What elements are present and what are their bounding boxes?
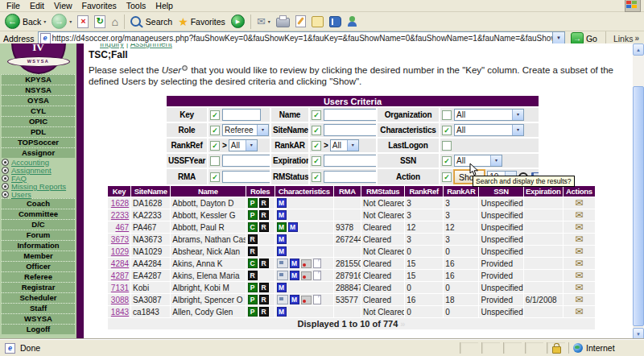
sidebar-item-opic[interactable]: OPIC — [2, 116, 75, 126]
refresh-button[interactable]: ↻ — [92, 13, 108, 30]
key-link[interactable]: 1843 — [111, 308, 129, 317]
mail-icon[interactable]: ✉ — [575, 234, 583, 245]
role-checkbox[interactable]: ✓ — [210, 126, 220, 135]
mail-icon[interactable]: ✉ — [575, 294, 583, 305]
lastlogon-checkbox[interactable] — [442, 141, 452, 151]
menu-file[interactable]: File — [2, 1, 25, 10]
sidebar-item-information[interactable]: Information — [2, 240, 75, 250]
name-input[interactable] — [324, 109, 376, 121]
sidebar-item-scheduler[interactable]: Scheduler — [2, 292, 75, 303]
column-header-characteristics[interactable]: Characteristics — [275, 186, 333, 197]
column-header-name[interactable]: Name — [171, 186, 245, 197]
sidebar-item-staff[interactable]: Staff — [2, 303, 75, 313]
column-header-rma[interactable]: RMA — [334, 186, 361, 197]
mail-icon[interactable]: ✉ — [575, 221, 583, 233]
column-header-key[interactable]: Key — [108, 186, 130, 197]
column-header-rmstatus[interactable]: RMStatus — [361, 186, 404, 197]
rankref-select[interactable]: All▾ — [229, 139, 258, 151]
sidebar-item-referee[interactable]: Referee — [2, 271, 75, 282]
url-input[interactable] — [52, 34, 552, 43]
key-link[interactable]: 4284 — [111, 259, 129, 268]
ssn-checkbox[interactable]: ✓ — [442, 156, 452, 166]
rmstatus-input[interactable] — [324, 171, 376, 183]
search-button[interactable]: Search — [128, 13, 175, 30]
name-checkbox[interactable]: ✓ — [312, 110, 321, 120]
address-dropdown-button[interactable]: ▼ — [552, 32, 564, 44]
menu-help[interactable]: Help — [151, 1, 178, 10]
vertical-scrollbar[interactable]: ▲ ▼ — [633, 43, 644, 340]
sidebar-item-pdl[interactable]: PDL — [2, 126, 75, 137]
sidebar-link-faq[interactable]: FAQ — [0, 174, 76, 182]
breadcrumb-link-assignment[interactable]: Assignment — [130, 43, 172, 48]
menu-view[interactable]: View — [49, 1, 77, 10]
mail-icon[interactable]: ✉ — [575, 197, 583, 209]
edit-button[interactable] — [293, 13, 308, 30]
sidebar-item-registrar[interactable]: Registrar — [2, 282, 75, 292]
column-header-ssn[interactable]: SSN — [479, 186, 522, 197]
sidebar-link-missing-reports[interactable]: Missing Reports — [0, 182, 76, 190]
research-button[interactable] — [327, 13, 344, 30]
media-button[interactable]: ▶ — [229, 13, 247, 30]
links-button[interactable]: Links » — [612, 34, 641, 43]
favorites-button[interactable]: ★Favorites — [175, 13, 228, 30]
key-link[interactable]: 1628 — [111, 199, 129, 208]
action-checkbox[interactable]: ✓ — [442, 172, 452, 182]
key-checkbox[interactable]: ✓ — [210, 110, 220, 120]
mail-icon[interactable]: ✉ — [575, 209, 583, 221]
rankar-select[interactable]: All▾ — [330, 139, 359, 151]
sidebar-link-accounting[interactable]: Accounting — [0, 158, 76, 166]
key-link[interactable]: 4287 — [111, 271, 129, 280]
key-link[interactable]: 7131 — [111, 284, 129, 292]
role-select[interactable]: Referee▾ — [222, 124, 269, 136]
sidebar-item-oysa[interactable]: OYSA — [2, 95, 75, 106]
print-button[interactable] — [274, 13, 292, 30]
characteristics-select[interactable]: All▾ — [454, 124, 524, 136]
menu-tools[interactable]: Tools — [122, 1, 151, 10]
expiration-checkbox[interactable]: ✓ — [312, 156, 321, 166]
key-link[interactable]: 3673 — [111, 235, 129, 244]
sidebar-item-d-c[interactable]: D/C — [2, 219, 75, 230]
ussfyear-input[interactable] — [222, 155, 270, 167]
home-button[interactable]: ⌂ — [109, 13, 120, 30]
key-link[interactable]: 467 — [115, 223, 129, 232]
sidebar-item-assignor[interactable]: Assignor — [2, 147, 75, 158]
sidebar-item-wsysa[interactable]: WSYSA — [2, 313, 75, 324]
key-link[interactable]: 3088 — [111, 296, 129, 304]
scroll-up-button[interactable]: ▲ — [633, 43, 644, 56]
sidebar-item-forum[interactable]: Forum — [2, 230, 75, 240]
column-header-roles[interactable]: Roles — [246, 186, 275, 197]
column-header-actions[interactable]: Actions — [564, 186, 595, 197]
mail-button[interactable]: ✉▾ — [254, 13, 273, 30]
organization-select[interactable]: All▾ — [454, 109, 524, 121]
column-header-rankref[interactable]: RankRef — [405, 186, 443, 197]
sidebar-item-committee[interactable]: Committee — [2, 209, 75, 219]
rankref-checkbox[interactable]: ✓ — [210, 141, 220, 151]
sidebar-link-users[interactable]: Users — [0, 190, 76, 198]
sidebar-link-assignment[interactable]: Assignment — [0, 166, 76, 174]
key-link[interactable]: 2233 — [111, 211, 129, 220]
column-header-expiration[interactable]: Expiration — [524, 186, 563, 197]
column-header-sitename[interactable]: SiteName — [131, 186, 170, 197]
rankar-checkbox[interactable]: ✓ — [312, 141, 321, 151]
sidebar-item-coach[interactable]: Coach — [2, 198, 75, 209]
mail-icon[interactable]: ✉ — [575, 306, 583, 317]
next-page-icon[interactable]: » — [400, 319, 405, 329]
sidebar-item-logoff[interactable]: Logoff — [2, 324, 75, 334]
sidebar-item-cyl[interactable]: CYL — [2, 106, 75, 116]
sitename-checkbox[interactable]: ✓ — [312, 126, 321, 135]
menu-favorites[interactable]: Favorites — [77, 1, 122, 10]
mail-icon[interactable]: ✉ — [575, 270, 583, 281]
characteristics-checkbox[interactable]: ✓ — [442, 126, 452, 135]
rmstatus-checkbox[interactable]: ✓ — [312, 172, 321, 182]
mail-icon[interactable]: ✉ — [575, 258, 583, 269]
back-button[interactable]: ←Back▾ — [2, 13, 48, 30]
mail-icon[interactable]: ✉ — [575, 282, 583, 293]
rma-input[interactable] — [222, 171, 270, 183]
sidebar-item-nsysa[interactable]: NSYSA — [2, 85, 75, 95]
key-link[interactable]: 1029 — [111, 247, 129, 256]
column-header-rankar[interactable]: RankAR — [444, 186, 478, 197]
messenger-button[interactable] — [345, 13, 360, 30]
sitename-input[interactable] — [324, 124, 376, 136]
scroll-down-button[interactable]: ▼ — [633, 328, 644, 340]
organization-checkbox[interactable] — [442, 110, 452, 120]
